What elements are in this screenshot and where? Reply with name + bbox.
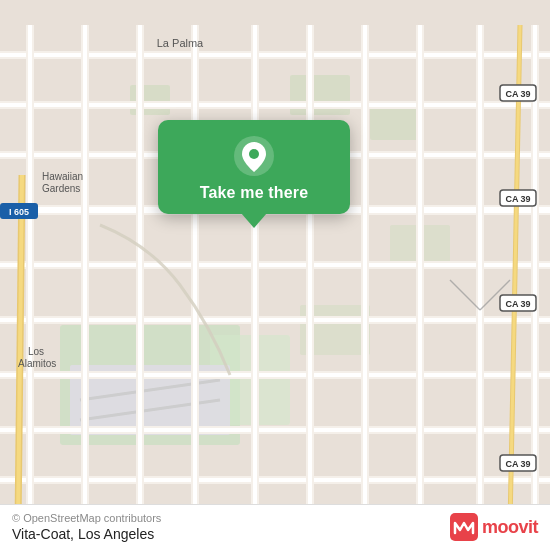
svg-text:Hawaiian: Hawaiian [42, 171, 83, 182]
popup-card: Take me there [158, 120, 350, 214]
svg-point-71 [249, 149, 259, 159]
bottom-info: © OpenStreetMap contributors Vita-Coat, … [12, 512, 161, 542]
moovit-m-icon [450, 513, 478, 541]
take-me-there-button[interactable]: Take me there [200, 184, 309, 202]
svg-text:CA 39: CA 39 [505, 299, 530, 309]
map-attribution: © OpenStreetMap contributors [12, 512, 161, 524]
svg-text:Los: Los [28, 346, 44, 357]
map: La Palma Hawaiian Gardens Los Alamitos C… [0, 0, 550, 550]
svg-text:CA 39: CA 39 [505, 459, 530, 469]
svg-text:CA 39: CA 39 [505, 89, 530, 99]
svg-rect-7 [370, 105, 420, 140]
moovit-logo: moovit [450, 513, 538, 541]
svg-text:Alamitos: Alamitos [18, 358, 56, 369]
svg-text:CA 39: CA 39 [505, 194, 530, 204]
svg-text:Gardens: Gardens [42, 183, 80, 194]
moovit-label: moovit [482, 517, 538, 538]
location-name: Vita-Coat, Los Angeles [12, 526, 161, 542]
svg-text:I 605: I 605 [9, 207, 29, 217]
location-pin-icon [232, 134, 276, 178]
svg-text:La Palma: La Palma [157, 37, 204, 49]
bottom-bar: © OpenStreetMap contributors Vita-Coat, … [0, 504, 550, 550]
